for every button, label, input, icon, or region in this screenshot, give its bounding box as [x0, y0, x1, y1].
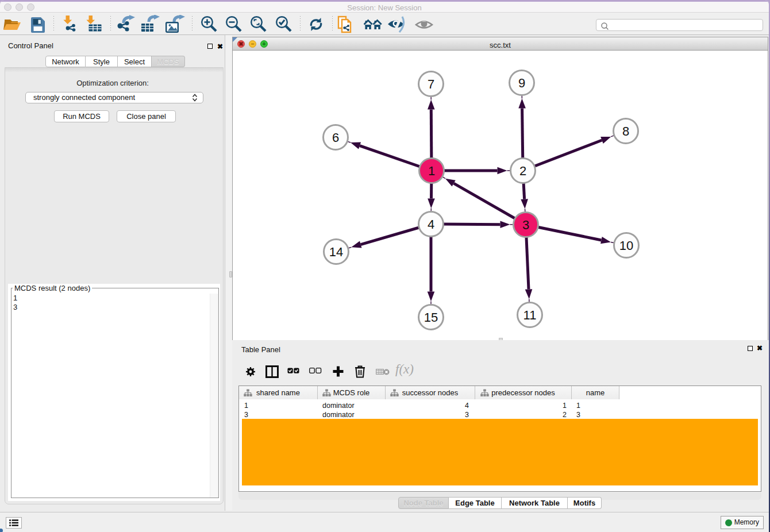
svg-text:4: 4: [428, 217, 434, 232]
svg-text:7: 7: [428, 77, 434, 91]
svg-text:8: 8: [622, 124, 629, 138]
svg-text:15: 15: [424, 310, 438, 325]
svg-text:14: 14: [329, 245, 343, 259]
svg-text:10: 10: [619, 238, 633, 253]
svg-text:6: 6: [332, 130, 339, 145]
svg-text:3: 3: [522, 218, 529, 232]
svg-text:11: 11: [523, 308, 537, 322]
svg-text:9: 9: [518, 76, 525, 90]
svg-text:2: 2: [519, 164, 526, 178]
svg-text:1: 1: [428, 164, 435, 178]
